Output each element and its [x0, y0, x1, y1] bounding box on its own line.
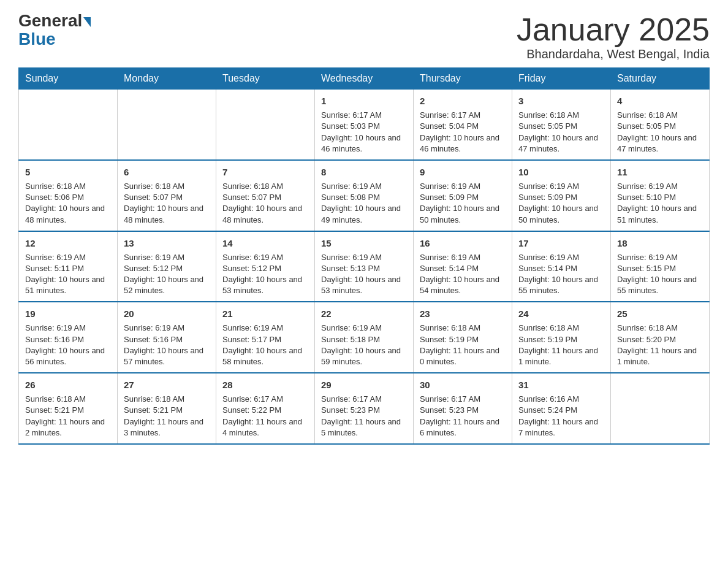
- table-row: 30Sunrise: 6:17 AMSunset: 5:23 PMDayligh…: [414, 373, 512, 444]
- day-info: Sunrise: 6:18 AMSunset: 5:05 PMDaylight:…: [617, 110, 703, 155]
- table-row: 7Sunrise: 6:18 AMSunset: 5:07 PMDaylight…: [216, 160, 315, 231]
- day-number: 20: [124, 307, 210, 320]
- col-sunday: Sunday: [19, 68, 118, 90]
- day-number: 1: [321, 94, 407, 107]
- table-row: 19Sunrise: 6:19 AMSunset: 5:16 PMDayligh…: [19, 302, 118, 373]
- table-row: 15Sunrise: 6:19 AMSunset: 5:13 PMDayligh…: [315, 231, 414, 302]
- day-number: 27: [124, 378, 210, 391]
- day-info: Sunrise: 6:17 AMSunset: 5:23 PMDaylight:…: [321, 394, 407, 439]
- table-row: 22Sunrise: 6:19 AMSunset: 5:18 PMDayligh…: [315, 302, 414, 373]
- day-number: 2: [420, 94, 506, 107]
- table-row: 17Sunrise: 6:19 AMSunset: 5:14 PMDayligh…: [512, 231, 611, 302]
- table-row: 21Sunrise: 6:19 AMSunset: 5:17 PMDayligh…: [216, 302, 315, 373]
- table-row: 13Sunrise: 6:19 AMSunset: 5:12 PMDayligh…: [118, 231, 216, 302]
- month-title: January 2025: [517, 12, 710, 47]
- table-row: 9Sunrise: 6:19 AMSunset: 5:09 PMDaylight…: [414, 160, 512, 231]
- col-monday: Monday: [118, 68, 216, 90]
- day-number: 14: [222, 237, 308, 250]
- day-number: 18: [617, 237, 703, 250]
- day-number: 12: [25, 237, 111, 250]
- day-info: Sunrise: 6:18 AMSunset: 5:06 PMDaylight:…: [25, 181, 111, 226]
- table-row: 14Sunrise: 6:19 AMSunset: 5:12 PMDayligh…: [216, 231, 315, 302]
- calendar-week-row: 12Sunrise: 6:19 AMSunset: 5:11 PMDayligh…: [19, 231, 710, 302]
- table-row: [216, 90, 315, 160]
- day-number: 28: [222, 378, 308, 391]
- day-number: 10: [518, 166, 604, 178]
- table-row: [118, 90, 216, 160]
- day-info: Sunrise: 6:19 AMSunset: 5:11 PMDaylight:…: [25, 252, 111, 297]
- table-row: 29Sunrise: 6:17 AMSunset: 5:23 PMDayligh…: [315, 373, 414, 444]
- day-number: 9: [420, 166, 506, 178]
- day-info: Sunrise: 6:19 AMSunset: 5:10 PMDaylight:…: [617, 181, 703, 226]
- day-number: 23: [420, 307, 506, 320]
- day-number: 13: [124, 237, 210, 250]
- day-info: Sunrise: 6:19 AMSunset: 5:17 PMDaylight:…: [222, 323, 308, 367]
- day-number: 6: [124, 166, 210, 178]
- table-row: 1Sunrise: 6:17 AMSunset: 5:03 PMDaylight…: [315, 90, 414, 160]
- calendar-week-row: 26Sunrise: 6:18 AMSunset: 5:21 PMDayligh…: [19, 373, 710, 444]
- col-friday: Friday: [512, 68, 611, 90]
- calendar-week-row: 19Sunrise: 6:19 AMSunset: 5:16 PMDayligh…: [19, 302, 710, 373]
- day-info: Sunrise: 6:19 AMSunset: 5:16 PMDaylight:…: [25, 323, 111, 367]
- day-info: Sunrise: 6:18 AMSunset: 5:21 PMDaylight:…: [25, 394, 111, 439]
- calendar-week-row: 5Sunrise: 6:18 AMSunset: 5:06 PMDaylight…: [19, 160, 710, 231]
- day-number: 30: [420, 378, 506, 391]
- day-info: Sunrise: 6:18 AMSunset: 5:05 PMDaylight:…: [518, 110, 604, 155]
- day-number: 19: [25, 307, 111, 320]
- table-row: 18Sunrise: 6:19 AMSunset: 5:15 PMDayligh…: [611, 231, 710, 302]
- day-number: 22: [321, 307, 407, 320]
- location: Bhandardaha, West Bengal, India: [517, 47, 710, 61]
- day-info: Sunrise: 6:19 AMSunset: 5:12 PMDaylight:…: [124, 252, 210, 297]
- table-row: 20Sunrise: 6:19 AMSunset: 5:16 PMDayligh…: [118, 302, 216, 373]
- day-info: Sunrise: 6:18 AMSunset: 5:19 PMDaylight:…: [420, 323, 506, 367]
- table-row: 6Sunrise: 6:18 AMSunset: 5:07 PMDaylight…: [118, 160, 216, 231]
- day-info: Sunrise: 6:17 AMSunset: 5:03 PMDaylight:…: [321, 110, 407, 155]
- calendar-week-row: 1Sunrise: 6:17 AMSunset: 5:03 PMDaylight…: [19, 90, 710, 160]
- table-row: 28Sunrise: 6:17 AMSunset: 5:22 PMDayligh…: [216, 373, 315, 444]
- table-row: 12Sunrise: 6:19 AMSunset: 5:11 PMDayligh…: [19, 231, 118, 302]
- day-number: 26: [25, 378, 111, 391]
- table-row: 3Sunrise: 6:18 AMSunset: 5:05 PMDaylight…: [512, 90, 611, 160]
- table-row: [19, 90, 118, 160]
- table-row: 26Sunrise: 6:18 AMSunset: 5:21 PMDayligh…: [19, 373, 118, 444]
- table-row: 11Sunrise: 6:19 AMSunset: 5:10 PMDayligh…: [611, 160, 710, 231]
- logo-blue: Blue: [18, 29, 56, 48]
- col-saturday: Saturday: [611, 68, 710, 90]
- day-number: 15: [321, 237, 407, 250]
- table-row: 25Sunrise: 6:18 AMSunset: 5:20 PMDayligh…: [611, 302, 710, 373]
- day-info: Sunrise: 6:18 AMSunset: 5:21 PMDaylight:…: [124, 394, 210, 439]
- day-info: Sunrise: 6:19 AMSunset: 5:09 PMDaylight:…: [518, 181, 604, 226]
- col-tuesday: Tuesday: [216, 68, 315, 90]
- day-info: Sunrise: 6:19 AMSunset: 5:14 PMDaylight:…: [420, 252, 506, 297]
- table-row: 16Sunrise: 6:19 AMSunset: 5:14 PMDayligh…: [414, 231, 512, 302]
- day-number: 11: [617, 166, 703, 178]
- day-info: Sunrise: 6:17 AMSunset: 5:04 PMDaylight:…: [420, 110, 506, 155]
- day-info: Sunrise: 6:19 AMSunset: 5:09 PMDaylight:…: [420, 181, 506, 226]
- table-row: 31Sunrise: 6:16 AMSunset: 5:24 PMDayligh…: [512, 373, 611, 444]
- day-info: Sunrise: 6:18 AMSunset: 5:07 PMDaylight:…: [124, 181, 210, 226]
- table-row: 27Sunrise: 6:18 AMSunset: 5:21 PMDayligh…: [118, 373, 216, 444]
- day-info: Sunrise: 6:19 AMSunset: 5:16 PMDaylight:…: [124, 323, 210, 367]
- table-row: 4Sunrise: 6:18 AMSunset: 5:05 PMDaylight…: [611, 90, 710, 160]
- day-number: 31: [518, 378, 604, 391]
- day-info: Sunrise: 6:18 AMSunset: 5:07 PMDaylight:…: [222, 181, 308, 226]
- day-number: 5: [25, 166, 111, 178]
- logo-arrow-icon: [83, 17, 91, 27]
- logo: General Blue: [18, 12, 91, 49]
- day-info: Sunrise: 6:19 AMSunset: 5:14 PMDaylight:…: [518, 252, 604, 297]
- day-info: Sunrise: 6:19 AMSunset: 5:18 PMDaylight:…: [321, 323, 407, 367]
- table-row: 5Sunrise: 6:18 AMSunset: 5:06 PMDaylight…: [19, 160, 118, 231]
- day-number: 3: [518, 94, 604, 107]
- day-info: Sunrise: 6:19 AMSunset: 5:15 PMDaylight:…: [617, 252, 703, 297]
- table-row: 2Sunrise: 6:17 AMSunset: 5:04 PMDaylight…: [414, 90, 512, 160]
- col-wednesday: Wednesday: [315, 68, 414, 90]
- page-header: General Blue January 2025 Bhandardaha, W…: [18, 12, 710, 61]
- table-row: 10Sunrise: 6:19 AMSunset: 5:09 PMDayligh…: [512, 160, 611, 231]
- day-info: Sunrise: 6:16 AMSunset: 5:24 PMDaylight:…: [518, 394, 604, 439]
- day-info: Sunrise: 6:17 AMSunset: 5:22 PMDaylight:…: [222, 394, 308, 439]
- day-number: 24: [518, 307, 604, 320]
- day-number: 8: [321, 166, 407, 178]
- calendar-table: Sunday Monday Tuesday Wednesday Thursday…: [18, 67, 710, 445]
- table-row: 23Sunrise: 6:18 AMSunset: 5:19 PMDayligh…: [414, 302, 512, 373]
- day-info: Sunrise: 6:19 AMSunset: 5:08 PMDaylight:…: [321, 181, 407, 226]
